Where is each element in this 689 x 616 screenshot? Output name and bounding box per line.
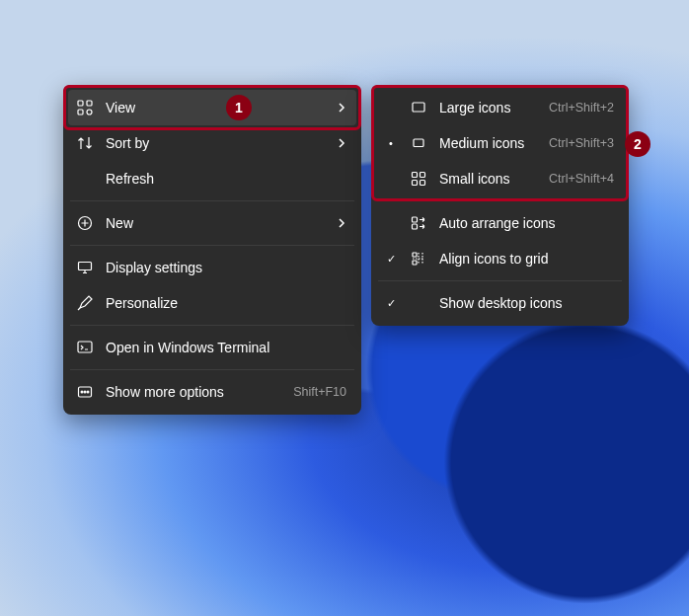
svg-rect-2 xyxy=(78,110,83,115)
submenu-item-show-desktop-icons[interactable]: ✓ Show desktop icons xyxy=(376,285,624,321)
large-icons-icon xyxy=(410,99,427,116)
submenu-item-align-grid[interactable]: ✓ Align icons to grid xyxy=(376,241,624,276)
menu-separator xyxy=(70,369,354,370)
menu-separator xyxy=(70,245,354,246)
align-grid-icon xyxy=(410,250,427,268)
svg-rect-17 xyxy=(413,217,418,222)
svg-point-3 xyxy=(87,110,92,115)
svg-rect-14 xyxy=(421,173,425,178)
svg-rect-12 xyxy=(414,139,423,147)
menu-item-open-terminal[interactable]: Open in Windows Terminal xyxy=(68,330,356,365)
medium-icons-icon xyxy=(410,134,427,152)
menu-item-label: Medium icons xyxy=(439,135,537,151)
radio-indicator-selected: • xyxy=(384,137,398,149)
svg-rect-13 xyxy=(413,173,418,178)
menu-item-personalize[interactable]: Personalize xyxy=(68,285,356,321)
menu-item-new[interactable]: New xyxy=(68,205,356,241)
view-submenu: Large icons Ctrl+Shift+2 • Medium icons … xyxy=(371,85,629,326)
menu-item-label: Align icons to grid xyxy=(439,251,614,267)
submenu-item-small-icons[interactable]: Small icons Ctrl+Shift+4 xyxy=(376,161,624,196)
svg-point-8 xyxy=(81,391,83,393)
svg-rect-0 xyxy=(78,101,83,106)
svg-rect-19 xyxy=(413,253,417,257)
menu-item-sort-by[interactable]: Sort by xyxy=(68,125,356,161)
svg-rect-15 xyxy=(413,181,418,186)
submenu-item-auto-arrange[interactable]: Auto arrange icons xyxy=(376,205,624,241)
submenu-item-medium-icons[interactable]: • Medium icons Ctrl+Shift+3 xyxy=(376,125,624,161)
menu-item-label: Open in Windows Terminal xyxy=(106,340,346,355)
menu-item-shortcut: Ctrl+Shift+4 xyxy=(549,172,614,186)
menu-item-label: Auto arrange icons xyxy=(439,215,614,231)
svg-rect-11 xyxy=(413,103,424,112)
svg-point-9 xyxy=(84,391,86,393)
menu-item-view[interactable]: View xyxy=(68,90,356,125)
menu-item-label: Sort by xyxy=(106,135,325,151)
svg-rect-20 xyxy=(413,261,417,265)
menu-item-label: Personalize xyxy=(106,295,346,311)
check-indicator-checked: ✓ xyxy=(384,253,398,266)
view-icon xyxy=(76,99,94,116)
menu-item-label: Refresh xyxy=(106,171,346,187)
submenu-item-large-icons[interactable]: Large icons Ctrl+Shift+2 xyxy=(376,90,624,125)
svg-rect-5 xyxy=(79,263,92,270)
small-icons-icon xyxy=(410,170,427,188)
personalize-icon xyxy=(76,294,94,312)
auto-arrange-icon xyxy=(410,214,427,232)
blank-icon xyxy=(76,170,94,188)
svg-point-10 xyxy=(87,391,89,393)
svg-rect-18 xyxy=(413,224,418,229)
menu-item-label: Small icons xyxy=(439,171,537,187)
menu-item-shortcut: Ctrl+Shift+2 xyxy=(549,101,614,115)
more-options-icon xyxy=(76,383,94,401)
menu-separator xyxy=(70,325,354,326)
menu-item-label: View xyxy=(106,100,325,116)
menu-item-label: Show desktop icons xyxy=(439,295,614,311)
svg-rect-6 xyxy=(78,342,92,352)
display-icon xyxy=(76,259,94,276)
menu-item-label: New xyxy=(106,215,325,231)
check-indicator-checked: ✓ xyxy=(384,297,398,310)
svg-rect-16 xyxy=(421,181,425,186)
new-icon xyxy=(76,214,94,232)
svg-rect-1 xyxy=(87,101,92,106)
menu-item-refresh[interactable]: Refresh xyxy=(68,161,356,196)
desktop-context-menu: View Sort by Refresh New Display setting… xyxy=(63,85,361,415)
sort-icon xyxy=(76,134,94,152)
menu-item-shortcut: Shift+F10 xyxy=(293,385,346,399)
menu-item-display-settings[interactable]: Display settings xyxy=(68,250,356,285)
menu-separator xyxy=(378,200,622,201)
terminal-icon xyxy=(76,339,94,356)
chevron-right-icon xyxy=(337,138,346,148)
menu-separator xyxy=(70,200,354,201)
menu-item-label: Large icons xyxy=(439,100,537,116)
chevron-right-icon xyxy=(337,103,346,113)
blank-icon xyxy=(410,294,427,312)
menu-item-label: Show more options xyxy=(106,384,281,400)
menu-separator xyxy=(378,280,622,281)
menu-item-label: Display settings xyxy=(106,260,346,275)
chevron-right-icon xyxy=(337,218,346,228)
menu-item-show-more-options[interactable]: Show more options Shift+F10 xyxy=(68,374,356,410)
menu-item-shortcut: Ctrl+Shift+3 xyxy=(549,136,614,150)
